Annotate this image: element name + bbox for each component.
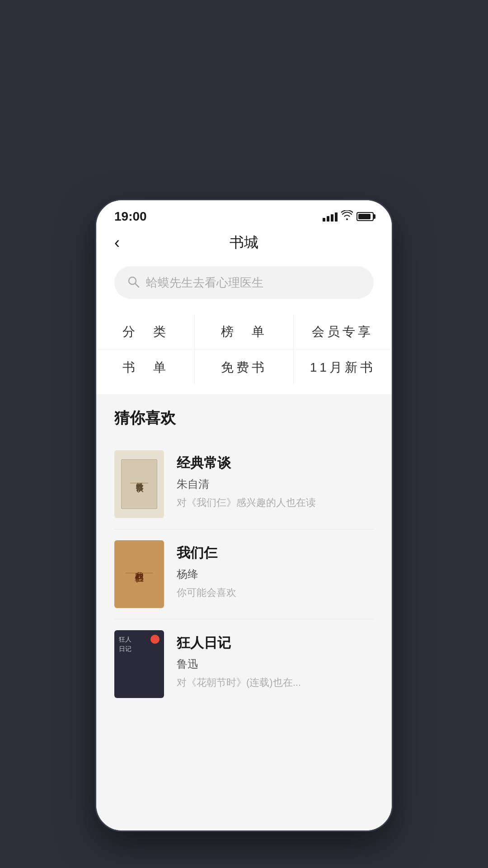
cover-2-content: 我们仨 杨绛 <box>114 540 164 608</box>
signal-bar-3 <box>331 214 333 222</box>
back-button[interactable]: ‹ <box>114 233 120 252</box>
category-vip[interactable]: 会员专享 <box>294 314 392 349</box>
section-title: 猜你喜欢 <box>114 408 374 429</box>
book-info-3: 狂人日记 鲁迅 对《花朝节时》(连载)也在... <box>177 630 374 689</box>
status-time: 19:00 <box>114 209 147 224</box>
wifi-icon <box>341 210 353 223</box>
book-desc-1: 对《我们仨》感兴趣的人也在读 <box>177 496 374 509</box>
search-placeholder-text: 蛤蟆先生去看心理医生 <box>146 275 263 291</box>
svg-point-0 <box>129 277 136 284</box>
category-free[interactable]: 免费书 <box>195 350 293 385</box>
battery-icon <box>357 212 374 221</box>
book-title-1: 经典常谈 <box>177 454 374 472</box>
signal-bar-4 <box>335 212 338 222</box>
book-desc-2: 你可能会喜欢 <box>177 586 374 599</box>
status-bar: 19:00 <box>96 200 392 228</box>
status-icons <box>323 210 374 223</box>
book-desc-3: 对《花朝节时》(连载)也在... <box>177 676 374 689</box>
book-title-2: 我们仨 <box>177 544 374 562</box>
book-cover-3: 狂人日记 <box>114 630 164 698</box>
book-cover-2: 我们仨 杨绛 <box>114 540 164 608</box>
book-author-2: 杨绛 <box>177 567 374 581</box>
category-row-1: 分 类 榜 单 会员专享 <box>96 314 392 350</box>
svg-line-1 <box>136 284 139 288</box>
book-cover-1: 经典常谈 一 <box>114 450 164 518</box>
signal-bar-1 <box>323 218 325 222</box>
cover-2-line <box>126 573 153 573</box>
cover-1-inner: 经典常谈 一 <box>121 459 157 509</box>
phone-mockup: 19:00 <box>95 199 393 832</box>
book-item-2[interactable]: 我们仨 杨绛 我们仨 杨绛 你可能会喜欢 <box>114 529 374 619</box>
search-container: 蛤蟆先生去看心理医生 <box>96 262 392 310</box>
book-info-1: 经典常谈 朱自清 对《我们仨》感兴趣的人也在读 <box>177 450 374 509</box>
search-icon <box>127 275 140 290</box>
cover-3-red-dot <box>150 635 160 644</box>
book-list: 经典常谈 一 经典常谈 朱自清 对《我们仨》感兴趣的人也在读 <box>114 439 374 709</box>
signal-icon <box>323 212 338 222</box>
category-classify[interactable]: 分 类 <box>96 314 195 349</box>
cover-1-subtitle: 一 <box>137 486 141 492</box>
search-bar[interactable]: 蛤蟆先生去看心理医生 <box>114 266 374 299</box>
signal-bar-2 <box>327 216 329 222</box>
cover-1-title-text: 经典常谈 <box>135 476 144 480</box>
book-title-3: 狂人日记 <box>177 634 374 652</box>
recommendations-section: 猜你喜欢 经典常谈 一 经典常谈 朱自清 对《我们仨》感兴趣的人也在读 <box>96 394 392 830</box>
phone-screen: 19:00 <box>96 200 392 830</box>
cover-3-title-text: 狂人日记 <box>119 635 131 654</box>
book-info-2: 我们仨 杨绛 你可能会喜欢 <box>177 540 374 599</box>
book-author-1: 朱自清 <box>177 477 374 491</box>
cover-2-author-text: 杨绛 <box>135 577 144 583</box>
cover-2-title-text: 我们仨 <box>134 565 145 569</box>
category-grid: 分 类 榜 单 会员专享 书 单 免费书 11月新书 <box>96 310 392 394</box>
category-new[interactable]: 11月新书 <box>294 350 392 385</box>
book-item-1[interactable]: 经典常谈 一 经典常谈 朱自清 对《我们仨》感兴趣的人也在读 <box>114 439 374 529</box>
category-row-2: 书 单 免费书 11月新书 <box>96 350 392 385</box>
category-rankings[interactable]: 榜 单 <box>195 314 293 349</box>
category-booklist[interactable]: 书 单 <box>96 350 195 385</box>
nav-title: 书城 <box>230 233 258 253</box>
book-item-3[interactable]: 狂人日记 狂人日记 鲁迅 对《花朝节时》(连载)也在... <box>114 619 374 709</box>
battery-fill <box>358 214 371 219</box>
book-author-3: 鲁迅 <box>177 657 374 671</box>
top-nav: ‹ 书城 <box>96 228 392 262</box>
cover-1-divider <box>130 483 148 483</box>
